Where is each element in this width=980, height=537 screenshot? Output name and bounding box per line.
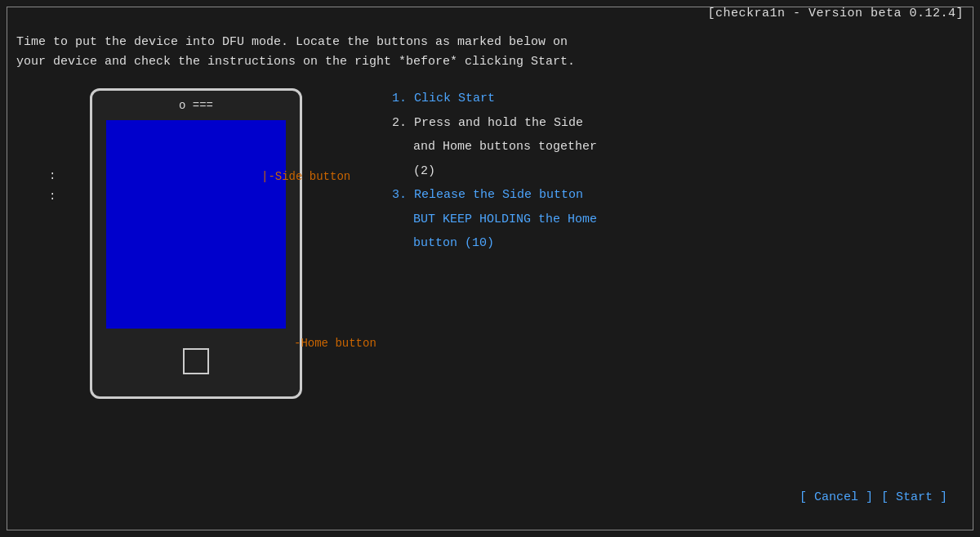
phone-top-symbols: o === bbox=[179, 99, 213, 112]
intro-line1: Time to put the device into DFU mode. Lo… bbox=[16, 33, 964, 52]
step3-text: Release the Side button bbox=[414, 188, 583, 202]
step2: 2. Press and hold the Side bbox=[392, 113, 964, 134]
intro-text: Time to put the device into DFU mode. Lo… bbox=[16, 33, 964, 72]
phone-bottom bbox=[92, 329, 300, 394]
step3-text3: button (10) bbox=[413, 236, 494, 250]
home-button-indicator bbox=[183, 348, 209, 374]
step2-text3: (2) bbox=[413, 164, 435, 178]
instructions-panel: 1. Click Start 2. Press and hold the Sid… bbox=[392, 88, 964, 257]
side-button-dots: :: bbox=[49, 166, 56, 207]
phone-outline: o === bbox=[90, 88, 302, 399]
step3-num: 3. bbox=[392, 188, 407, 202]
cancel-button[interactable]: [ Cancel ] bbox=[800, 490, 873, 504]
step1-num: 1. bbox=[392, 92, 407, 105]
step2-num: 2. bbox=[392, 116, 407, 130]
phone-diagram: :: o === |-Side button -Home button bbox=[65, 88, 327, 399]
intro-line2: your device and check the instructions o… bbox=[16, 52, 964, 72]
step2-text: Press and hold the Side bbox=[414, 116, 583, 130]
step2-cont: and Home buttons together bbox=[413, 136, 964, 158]
step1: 1. Click Start bbox=[392, 88, 964, 110]
step2-cont2: (2) bbox=[413, 161, 964, 182]
step2-text2: and Home buttons together bbox=[413, 140, 597, 154]
step1-text: Click Start bbox=[414, 92, 495, 105]
main-content: Time to put the device into DFU mode. Lo… bbox=[16, 25, 964, 521]
start-button[interactable]: [ Start ] bbox=[881, 490, 947, 504]
phone-top-bar: o === bbox=[92, 91, 300, 120]
step3-text2: BUT KEEP HOLDING the Home bbox=[413, 213, 597, 226]
home-button-label: -Home button bbox=[294, 337, 376, 350]
step3-cont2: button (10) bbox=[413, 233, 964, 254]
body-area: :: o === |-Side button -Home button 1. bbox=[16, 88, 964, 399]
side-button-label: |-Side button bbox=[261, 170, 350, 183]
bottom-bar: [ Cancel ] [ Start ] bbox=[800, 490, 947, 504]
phone-screen bbox=[106, 120, 286, 329]
step3-cont: BUT KEEP HOLDING the Home bbox=[413, 209, 964, 230]
step3: 3. Release the Side button bbox=[392, 185, 964, 206]
